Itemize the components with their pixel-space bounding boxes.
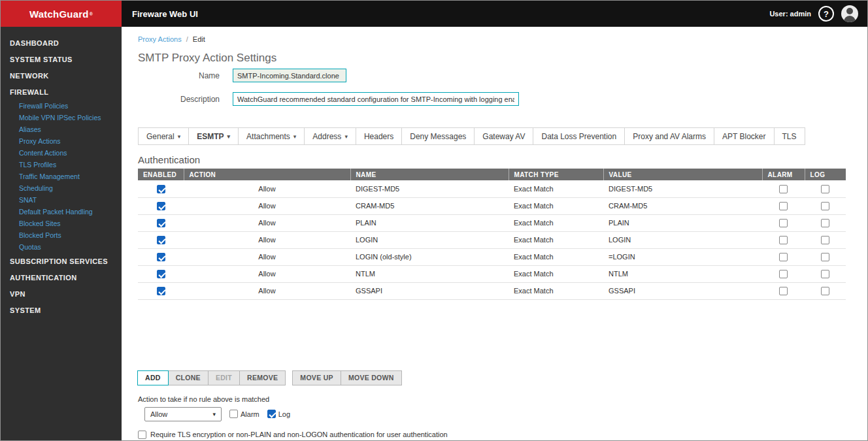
enabled-checkbox[interactable]: [157, 270, 165, 278]
enabled-checkbox[interactable]: [157, 219, 165, 227]
sidebar-subitem-traffic-management[interactable]: Traffic Management: [1, 171, 122, 182]
tab-address[interactable]: Address▾: [304, 127, 356, 145]
cell-enabled: [138, 197, 184, 214]
tab-esmtp[interactable]: ESMTP▾: [188, 127, 239, 145]
cell-enabled: [138, 282, 184, 299]
app-window: WatchGuard® Fireware Web UI User: admin …: [0, 0, 868, 441]
name-input[interactable]: [233, 69, 346, 82]
tab-apt-blocker[interactable]: APT Blocker: [714, 127, 774, 145]
sidebar-subitem-proxy-actions[interactable]: Proxy Actions: [1, 135, 122, 147]
table-row[interactable]: AllowLOGINExact MatchLOGIN: [138, 231, 846, 248]
enabled-checkbox[interactable]: [157, 202, 165, 210]
tab-general[interactable]: General▾: [138, 127, 189, 145]
sidebar-item-subscription-services[interactable]: SUBSCRIPTION SERVICES: [1, 253, 122, 269]
help-icon[interactable]: ?: [818, 6, 834, 22]
tab-headers[interactable]: Headers: [356, 127, 402, 145]
topbar-right: User: admin ?: [769, 5, 867, 22]
enabled-checkbox[interactable]: [157, 236, 165, 244]
cell-value: LOGIN: [603, 231, 762, 248]
sidebar-item-system-status[interactable]: SYSTEM STATUS: [1, 51, 122, 67]
chevron-down-icon: ▾: [293, 133, 297, 140]
sidebar-subitem-quotas[interactable]: Quotas: [1, 241, 122, 253]
move-down-button[interactable]: MOVE DOWN: [341, 370, 402, 385]
log-checkbox[interactable]: [821, 287, 829, 295]
sidebar-subitem-firewall-policies[interactable]: Firewall Policies: [1, 100, 122, 112]
clone-button[interactable]: CLONE: [168, 370, 209, 385]
tab-data-loss-prevention[interactable]: Data Loss Prevention: [533, 127, 625, 145]
table-row[interactable]: AllowDIGEST-MD5Exact MatchDIGEST-MD5: [138, 180, 846, 197]
alarm-checkbox[interactable]: [229, 410, 238, 418]
tab-proxy-and-av-alarms[interactable]: Proxy and AV Alarms: [624, 127, 714, 145]
enabled-checkbox[interactable]: [157, 253, 165, 261]
tab-label: Deny Messages: [410, 132, 466, 141]
add-button[interactable]: ADD: [137, 370, 169, 385]
alarm-label: Alarm: [241, 410, 259, 418]
user-avatar-icon[interactable]: [841, 5, 858, 22]
alarm-checkbox[interactable]: [779, 185, 788, 193]
cell-alarm: [762, 265, 805, 282]
sidebar-item-authentication[interactable]: AUTHENTICATION: [1, 269, 122, 286]
cell-action: Allow: [184, 282, 350, 299]
sidebar-item-system[interactable]: SYSTEM: [1, 302, 122, 318]
table-row[interactable]: AllowCRAM-MD5Exact MatchCRAM-MD5: [138, 197, 846, 214]
page-title: SMTP Proxy Action Settings: [138, 52, 867, 65]
enabled-checkbox[interactable]: [157, 185, 165, 193]
table-row[interactable]: AllowPLAINExact MatchPLAIN: [138, 214, 846, 231]
sidebar-item-vpn[interactable]: VPN: [1, 286, 122, 302]
sidebar-subitem-blocked-sites[interactable]: Blocked Sites: [1, 218, 122, 229]
sidebar-item-firewall[interactable]: FIREWALL: [1, 84, 122, 100]
log-checkbox[interactable]: [821, 202, 829, 210]
cell-value: NTLM: [603, 265, 762, 282]
log-checkbox[interactable]: [821, 236, 829, 244]
col-header-name: NAME: [350, 169, 509, 180]
cell-value: GSSAPI: [603, 282, 762, 299]
cell-name: GSSAPI: [350, 282, 509, 299]
log-option: Log: [267, 410, 290, 418]
table-row[interactable]: AllowLOGIN (old-style)Exact Match=LOGIN: [138, 248, 846, 265]
sidebar-subitem-aliases[interactable]: Aliases: [1, 123, 122, 135]
description-input[interactable]: [233, 92, 519, 106]
tab-gateway-av[interactable]: Gateway AV: [474, 127, 533, 145]
tab-deny-messages[interactable]: Deny Messages: [401, 127, 475, 145]
log-checkbox[interactable]: [821, 253, 829, 261]
tab-label: Attachments: [246, 132, 290, 141]
alarm-checkbox[interactable]: [779, 219, 788, 227]
remove-button[interactable]: REMOVE: [239, 370, 286, 385]
table-row[interactable]: AllowGSSAPIExact MatchGSSAPI: [138, 282, 846, 299]
edit-button[interactable]: EDIT: [208, 370, 240, 385]
alarm-checkbox[interactable]: [779, 236, 788, 244]
watchguard-logo[interactable]: WatchGuard®: [1, 1, 122, 27]
tab-label: Gateway AV: [482, 132, 525, 141]
default-action-row: Allow ▾ Alarm Log: [144, 407, 867, 421]
breadcrumb: Proxy Actions / Edit: [138, 35, 867, 43]
sidebar-subitem-blocked-ports[interactable]: Blocked Ports: [1, 229, 122, 241]
log-checkbox[interactable]: [267, 410, 276, 418]
sidebar-subitem-default-packet-handling[interactable]: Default Packet Handling: [1, 206, 122, 218]
log-checkbox[interactable]: [821, 219, 829, 227]
sidebar-item-dashboard[interactable]: DASHBOARD: [1, 35, 122, 51]
sidebar-subitem-content-actions[interactable]: Content Actions: [1, 147, 122, 159]
sidebar-subitem-tls-profiles[interactable]: TLS Profiles: [1, 159, 122, 171]
cell-alarm: [762, 180, 805, 197]
default-action-select[interactable]: Allow ▾: [144, 407, 222, 421]
tab-tls[interactable]: TLS: [774, 127, 805, 145]
alarm-checkbox[interactable]: [779, 270, 788, 278]
sidebar-item-network[interactable]: NETWORK: [1, 67, 122, 84]
tls-requirement-checkbox[interactable]: [138, 431, 146, 439]
sidebar-subitem-scheduling[interactable]: Scheduling: [1, 182, 122, 194]
enabled-checkbox[interactable]: [157, 287, 165, 295]
alarm-checkbox[interactable]: [779, 253, 788, 261]
tab-attachments[interactable]: Attachments▾: [238, 127, 305, 145]
alarm-checkbox[interactable]: [779, 287, 788, 295]
col-header-log: LOG: [805, 169, 846, 180]
move-up-button[interactable]: MOVE UP: [292, 370, 341, 385]
cell-log: [805, 282, 846, 299]
log-checkbox[interactable]: [821, 270, 829, 278]
log-checkbox[interactable]: [821, 185, 829, 193]
alarm-checkbox[interactable]: [779, 202, 788, 210]
sidebar-subitem-snat[interactable]: SNAT: [1, 194, 122, 206]
table-row[interactable]: AllowNTLMExact MatchNTLM: [138, 265, 846, 282]
breadcrumb-proxy-actions-link[interactable]: Proxy Actions: [138, 35, 182, 43]
sidebar-subitem-mobile-vpn-ipsec-policies[interactable]: Mobile VPN IPSec Policies: [1, 112, 122, 123]
cell-name: PLAIN: [350, 214, 509, 231]
